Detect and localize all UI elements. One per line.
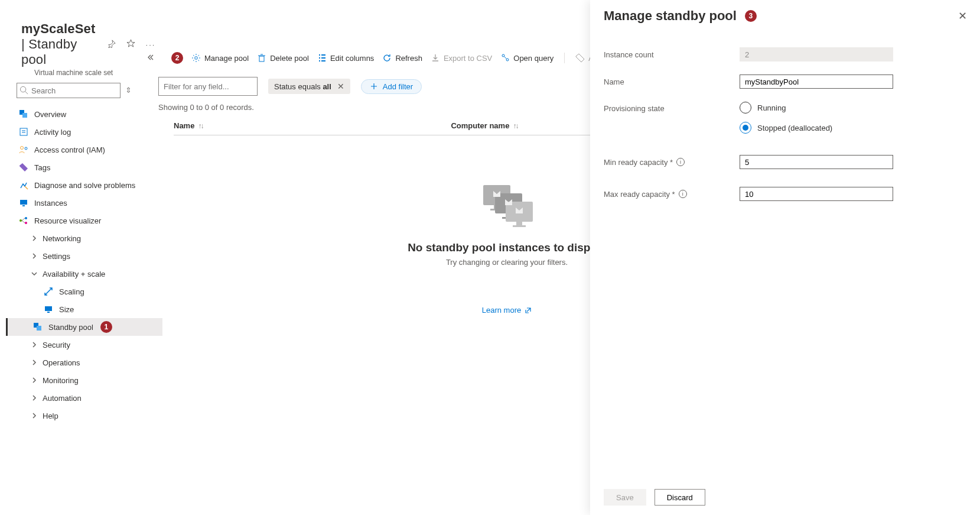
discard-button[interactable]: Discard bbox=[655, 489, 705, 506]
instance-count-label: Instance count bbox=[604, 50, 740, 59]
panel-title: Manage standby pool bbox=[604, 8, 737, 24]
min-capacity-label: Min ready capacity *i bbox=[604, 158, 740, 167]
save-button: Save bbox=[604, 489, 646, 506]
empty-title: No standby pool instances to display bbox=[408, 241, 606, 254]
col-header-name[interactable]: Name↑↓ bbox=[174, 121, 203, 130]
sidebar-item-settings[interactable]: Settings bbox=[17, 247, 148, 265]
manage-pool-button[interactable]: Manage pool bbox=[191, 53, 249, 63]
status-filter-chip[interactable]: Status equals all ✕ bbox=[268, 79, 350, 94]
sidebar-item-help[interactable]: Help bbox=[17, 407, 148, 425]
sidebar-item-networking[interactable]: Networking bbox=[17, 229, 148, 247]
empty-illustration bbox=[480, 183, 534, 233]
svg-rect-42 bbox=[513, 225, 526, 227]
resource-type: Virtual machine scale set bbox=[34, 69, 148, 77]
col-header-computer[interactable]: Computer name↑↓ bbox=[451, 121, 517, 130]
max-capacity-label: Max ready capacity *i bbox=[604, 190, 740, 199]
toolbar-divider bbox=[564, 53, 565, 63]
svg-line-17 bbox=[22, 221, 25, 223]
min-capacity-field[interactable] bbox=[740, 155, 893, 169]
page-title: myScaleSet | Standby pool bbox=[21, 21, 96, 67]
callout-1: 1 bbox=[100, 321, 112, 333]
remove-chip-icon[interactable]: ✕ bbox=[337, 82, 344, 91]
table-header: Name↑↓ Computer name↑↓ bbox=[174, 121, 599, 135]
gear-icon bbox=[191, 53, 201, 63]
pin-icon[interactable] bbox=[108, 40, 116, 50]
sidebar-item-operations[interactable]: Operations bbox=[17, 354, 148, 371]
chevron-right-icon bbox=[31, 394, 38, 401]
close-panel-icon[interactable]: ✕ bbox=[958, 9, 967, 22]
sidebar-item-iam[interactable]: Access control (IAM) bbox=[17, 141, 148, 158]
chevron-right-icon bbox=[31, 235, 38, 242]
refresh-icon bbox=[382, 53, 392, 63]
section-name: Standby pool bbox=[21, 37, 77, 67]
chevron-right-icon bbox=[31, 341, 38, 348]
svg-point-15 bbox=[25, 222, 27, 224]
edit-columns-button[interactable]: Edit columns bbox=[317, 53, 374, 63]
add-filter-button[interactable]: Add filter bbox=[361, 79, 422, 94]
svg-point-9 bbox=[21, 147, 24, 150]
chevron-right-icon bbox=[31, 412, 38, 419]
search-icon bbox=[19, 86, 28, 96]
svg-rect-6 bbox=[20, 128, 27, 135]
svg-point-32 bbox=[502, 54, 504, 57]
sidebar-item-scaling[interactable]: Scaling bbox=[17, 283, 148, 300]
max-capacity-field[interactable] bbox=[740, 187, 893, 201]
filter-icon bbox=[370, 82, 378, 90]
callout-3: 3 bbox=[745, 10, 757, 22]
query-icon bbox=[500, 53, 510, 63]
info-icon[interactable]: i bbox=[676, 158, 685, 166]
sidebar-item-standby[interactable]: Standby pool1 bbox=[6, 318, 162, 336]
empty-subtitle: Try changing or clearing your filters. bbox=[446, 258, 568, 267]
sidebar-item-automation[interactable]: Automation bbox=[17, 389, 148, 407]
chevron-right-icon bbox=[31, 252, 38, 260]
svg-point-33 bbox=[506, 59, 509, 61]
instance-count-field bbox=[740, 47, 893, 61]
svg-rect-21 bbox=[37, 326, 41, 331]
name-field[interactable] bbox=[740, 75, 893, 89]
sidebar-item-overview[interactable]: Overview bbox=[17, 105, 148, 123]
sidebar-item-diagnose[interactable]: Diagnose and solve problems bbox=[17, 176, 148, 194]
sidebar-item-monitoring[interactable]: Monitoring bbox=[17, 371, 148, 389]
sidebar-item-resvis[interactable]: Resource visualizer bbox=[17, 212, 148, 229]
download-icon bbox=[431, 53, 440, 63]
open-query-button[interactable]: Open query bbox=[500, 53, 554, 63]
radio-running[interactable]: Running bbox=[740, 102, 967, 114]
sidebar-item-availability[interactable]: Availability + scale bbox=[17, 265, 148, 283]
sidebar-item-size[interactable]: Size bbox=[17, 300, 148, 318]
chevron-down-icon bbox=[31, 270, 38, 277]
learn-more-link[interactable]: Learn more bbox=[482, 306, 532, 315]
radio-stopped[interactable]: Stopped (deallocated) bbox=[740, 122, 967, 134]
svg-rect-41 bbox=[516, 222, 522, 225]
svg-rect-5 bbox=[22, 113, 27, 118]
sidebar-item-instances[interactable]: Instances bbox=[17, 194, 148, 212]
svg-line-3 bbox=[25, 91, 28, 94]
sidebar-item-activity[interactable]: Activity log bbox=[17, 123, 148, 141]
sidebar-item-tags[interactable]: Tags bbox=[17, 158, 148, 176]
svg-point-14 bbox=[25, 217, 27, 219]
svg-rect-11 bbox=[20, 200, 27, 205]
trash-icon bbox=[257, 53, 266, 63]
sidebar-item-security[interactable]: Security bbox=[17, 336, 148, 354]
svg-point-13 bbox=[19, 219, 22, 222]
svg-rect-18 bbox=[45, 306, 52, 311]
sort-icon: ↑↓ bbox=[513, 122, 517, 130]
delete-pool-button[interactable]: Delete pool bbox=[257, 53, 309, 63]
manage-pool-panel: Manage standby pool 3 ✕ Instance count N… bbox=[590, 0, 980, 515]
expand-collapse-icon[interactable]: ⇕ bbox=[125, 88, 132, 93]
info-icon[interactable]: i bbox=[679, 190, 687, 198]
callout-2: 2 bbox=[171, 52, 183, 64]
collapse-sidebar-icon[interactable] bbox=[146, 54, 154, 63]
name-label: Name bbox=[604, 77, 740, 86]
field-filter-input[interactable] bbox=[158, 77, 258, 96]
tag-icon bbox=[575, 53, 585, 63]
external-link-icon bbox=[525, 307, 532, 314]
provisioning-label: Provisioning state bbox=[604, 102, 740, 113]
export-csv-button: Export to CSV bbox=[431, 53, 492, 63]
search-input[interactable] bbox=[17, 83, 121, 98]
svg-point-10 bbox=[25, 147, 27, 150]
svg-rect-19 bbox=[47, 312, 50, 313]
sidebar-nav: Overview Activity log Access control (IA… bbox=[17, 105, 148, 425]
favorite-icon[interactable] bbox=[126, 39, 135, 50]
refresh-button[interactable]: Refresh bbox=[382, 53, 422, 63]
chevron-right-icon bbox=[31, 359, 38, 366]
